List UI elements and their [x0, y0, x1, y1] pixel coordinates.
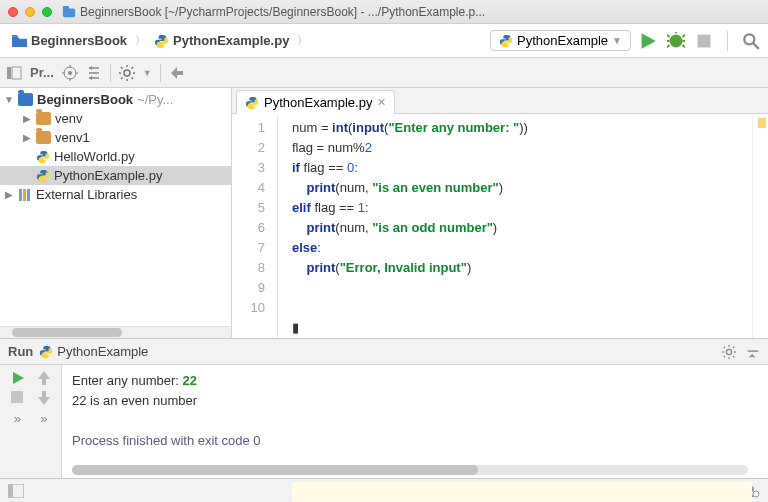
- breadcrumb-label: BeginnersBook: [31, 33, 127, 48]
- tree-item[interactable]: ▶venv: [0, 109, 231, 128]
- external-libraries[interactable]: ▶ External Libraries: [0, 185, 231, 204]
- python-icon: [154, 34, 169, 48]
- gutter: 12345678910: [232, 114, 278, 338]
- svg-point-9: [124, 70, 130, 76]
- svg-rect-12: [27, 189, 30, 201]
- external-libraries-label: External Libraries: [36, 187, 137, 202]
- svg-rect-5: [7, 67, 11, 79]
- run-header: Run PythonExample: [0, 339, 768, 365]
- stop-button[interactable]: [695, 32, 713, 50]
- dropdown-icon: ▼: [143, 68, 152, 78]
- python-icon: [36, 169, 50, 183]
- python-icon: [39, 345, 53, 359]
- rerun-button[interactable]: [11, 371, 25, 385]
- libraries-icon: [18, 188, 32, 202]
- window-controls: [8, 7, 52, 17]
- app-icon: [62, 5, 76, 19]
- project-sidebar: ▼ BeginnersBook ~/Py... ▶venv▶venv1Hello…: [0, 88, 232, 338]
- more-icon[interactable]: »: [40, 411, 47, 426]
- svg-rect-14: [11, 391, 23, 403]
- settings-icon[interactable]: [119, 65, 135, 81]
- svg-point-4: [744, 34, 754, 44]
- tree-item-label: PythonExample.py: [54, 168, 162, 183]
- debug-button[interactable]: [667, 32, 685, 50]
- run-body: » » Enter any number: 2222 is an even nu…: [0, 365, 768, 478]
- breadcrumb: BeginnersBook 〉 PythonExample.py 〉: [8, 31, 490, 50]
- run-config-selector[interactable]: PythonExample ▼: [490, 30, 631, 51]
- expand-arrow-icon[interactable]: ▶: [22, 132, 32, 143]
- svg-rect-1: [63, 5, 69, 9]
- editor: PythonExample.py ✕ 12345678910 num = int…: [232, 88, 768, 338]
- expand-arrow-icon[interactable]: ▶: [22, 113, 32, 124]
- target-icon[interactable]: [62, 65, 78, 81]
- zoom-window-button[interactable]: [42, 7, 52, 17]
- svg-point-2: [670, 34, 683, 47]
- collapse-icon[interactable]: [86, 65, 102, 81]
- chevron-right-icon: 〉: [133, 33, 148, 48]
- tree-root-label: BeginnersBook: [37, 92, 133, 107]
- folder-icon: [36, 112, 51, 125]
- run-config-name: PythonExample: [57, 344, 148, 359]
- run-panel: Run PythonExample » » Enter any number: …: [0, 338, 768, 478]
- up-button[interactable]: [38, 371, 50, 385]
- stop-run-button[interactable]: [11, 391, 23, 405]
- run-actions: [639, 31, 760, 51]
- svg-point-19: [753, 491, 759, 497]
- more-icon[interactable]: »: [14, 411, 21, 426]
- hide-panel-icon[interactable]: [746, 345, 760, 359]
- code-body[interactable]: num = int(input("Enter any number: "))fl…: [278, 114, 752, 338]
- breadcrumb-item-project[interactable]: BeginnersBook: [8, 31, 131, 50]
- editor-tab-label: PythonExample.py: [264, 95, 372, 110]
- separator: [160, 64, 161, 82]
- tree-root-hint: ~/Py...: [137, 92, 173, 107]
- folder-icon: [12, 34, 27, 48]
- project-label: Pr...: [30, 65, 54, 80]
- tree-root[interactable]: ▼ BeginnersBook ~/Py...: [0, 90, 231, 109]
- tree-item[interactable]: PythonExample.py: [0, 166, 231, 185]
- hide-icon[interactable]: [169, 65, 185, 81]
- svg-rect-16: [8, 484, 13, 498]
- breadcrumb-label: PythonExample.py: [173, 33, 289, 48]
- search-button[interactable]: [742, 32, 760, 50]
- folder-icon: [36, 131, 51, 144]
- chevron-right-icon: 〉: [295, 33, 310, 48]
- code-area[interactable]: 12345678910 num = int(input("Enter any n…: [232, 114, 768, 338]
- navigation-bar: BeginnersBook 〉 PythonExample.py 〉 Pytho…: [0, 24, 768, 58]
- main-area: ▼ BeginnersBook ~/Py... ▶venv▶venv1Hello…: [0, 88, 768, 338]
- run-side-toolbar: » »: [0, 365, 62, 478]
- layout-icon[interactable]: [8, 484, 24, 498]
- python-icon: [245, 96, 259, 110]
- dropdown-icon: ▼: [612, 35, 622, 46]
- run-scrollbar[interactable]: [72, 465, 748, 475]
- close-window-button[interactable]: [8, 7, 18, 17]
- run-output[interactable]: Enter any number: 2222 is an even number…: [62, 365, 768, 478]
- project-tab-icon[interactable]: [6, 65, 22, 81]
- titlebar: BeginnersBook [~/PycharmProjects/Beginne…: [0, 0, 768, 24]
- expand-arrow-icon[interactable]: ▼: [4, 94, 14, 105]
- tree-item[interactable]: HelloWorld.py: [0, 147, 231, 166]
- minimap[interactable]: [752, 114, 768, 338]
- run-settings-icon[interactable]: [722, 345, 736, 359]
- svg-rect-3: [698, 34, 711, 47]
- down-button[interactable]: [38, 391, 50, 405]
- editor-tab[interactable]: PythonExample.py ✕: [236, 90, 395, 114]
- run-header-label: Run: [8, 344, 33, 359]
- svg-rect-6: [12, 67, 21, 79]
- tree-item[interactable]: ▶venv1: [0, 128, 231, 147]
- tree-item-label: HelloWorld.py: [54, 149, 135, 164]
- project-toolstrip: Pr... ▼: [0, 58, 768, 88]
- run-config-label: PythonExample: [517, 33, 608, 48]
- editor-tabbar: PythonExample.py ✕: [232, 88, 768, 114]
- expand-arrow-icon[interactable]: ▶: [4, 189, 14, 200]
- tree-item-label: venv: [55, 111, 82, 126]
- svg-point-13: [726, 349, 731, 354]
- breadcrumb-item-file[interactable]: PythonExample.py: [150, 31, 293, 50]
- run-button[interactable]: [639, 32, 657, 50]
- project-tree[interactable]: ▼ BeginnersBook ~/Py... ▶venv▶venv1Hello…: [0, 88, 231, 326]
- close-tab-icon[interactable]: ✕: [377, 96, 386, 109]
- folder-icon: [18, 93, 33, 106]
- sidebar-scrollbar[interactable]: [0, 326, 231, 338]
- separator: [727, 31, 728, 51]
- separator: [110, 64, 111, 82]
- minimize-window-button[interactable]: [25, 7, 35, 17]
